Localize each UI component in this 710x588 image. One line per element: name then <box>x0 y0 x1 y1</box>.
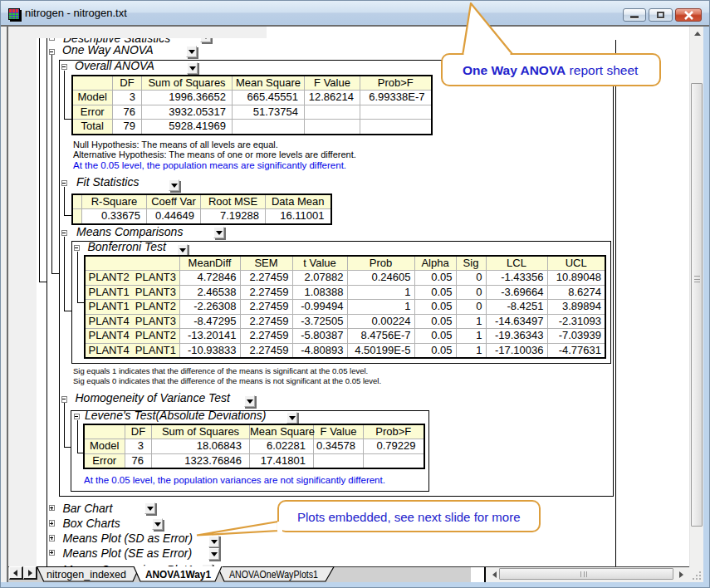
svg-text:ANOVA1Way1: ANOVA1Way1 <box>145 567 211 580</box>
svg-text:nitrogen_indexed: nitrogen_indexed <box>47 567 126 580</box>
svg-text:ANOVAOneWayPlots1: ANOVAOneWayPlots1 <box>229 567 318 580</box>
